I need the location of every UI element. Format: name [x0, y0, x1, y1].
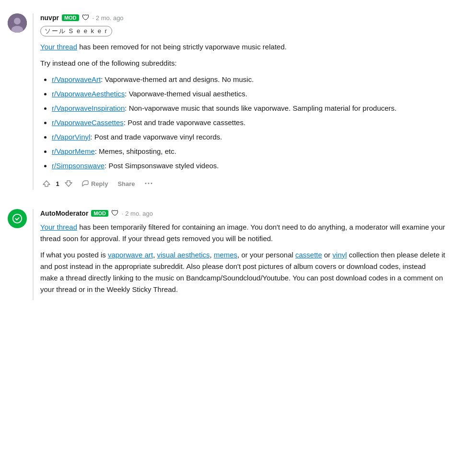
avatar-col-2: [8, 209, 27, 300]
list-item: r/VaporMeme: Memes, shitposting, etc.: [52, 146, 445, 157]
subreddit-link-5[interactable]: r/VaporVinyl: [52, 133, 90, 141]
subreddit-list: r/VaporwaveArt: Vaporwave-themed art and…: [40, 74, 445, 172]
thread-link-2[interactable]: Your thread: [40, 223, 77, 231]
more-button-1[interactable]: ···: [142, 178, 156, 190]
subreddit-link-2[interactable]: r/VaporwaveAesthetics: [52, 90, 125, 98]
username-1[interactable]: nuvpr: [40, 14, 59, 22]
timestamp-2: · 2 mo. ago: [122, 210, 153, 217]
comment-1: nuvpr MOD 🛡 · 2 mo. ago ソール S e e k e r …: [0, 8, 453, 196]
comment-1-body: Your thread has been removed for not bei…: [40, 41, 445, 172]
list-item: r/VaporwaveAesthetics: Vaporwave-themed …: [52, 88, 445, 100]
reply-button-1[interactable]: Reply: [79, 178, 111, 189]
mod-badge-1: MOD: [62, 14, 79, 21]
vote-controls-1: 1: [40, 177, 75, 190]
memes-link[interactable]: memes: [214, 251, 237, 259]
subreddit-link-6[interactable]: r/VaporMeme: [52, 147, 95, 155]
svg-point-1: [14, 18, 21, 24]
action-bar-1: 1 Reply Share ···: [40, 177, 445, 190]
subreddit-link-7[interactable]: r/Simpsonswave: [52, 162, 105, 170]
svg-point-3: [13, 214, 22, 223]
upvote-button-1[interactable]: [40, 177, 53, 190]
japanese-tag: ソール S e e k e r: [40, 26, 112, 36]
comment-1-header: nuvpr MOD 🛡 · 2 mo. ago: [40, 13, 445, 22]
thread-link-1[interactable]: Your thread: [40, 43, 77, 51]
list-item: r/VaporwaveCassettes: Post and trade vap…: [52, 117, 445, 128]
share-button-1[interactable]: Share: [115, 178, 138, 189]
subreddits-intro: Try instead one of the following subredd…: [40, 58, 445, 69]
separator: [0, 196, 453, 203]
comment-2-body: Your thread has been temporarily filtere…: [40, 221, 445, 295]
list-item: r/Simpsonswave: Post Simpsonswave styled…: [52, 160, 445, 172]
comment-2: AutoModerator MOD 🛡 · 2 mo. ago Your thr…: [0, 203, 453, 306]
avatar-1: [8, 13, 27, 33]
list-item: r/VaporVinyl: Post and trade vaporwave v…: [52, 131, 445, 143]
shield-icon-1: 🛡: [82, 13, 90, 22]
shield-icon-2: 🛡: [111, 209, 119, 218]
comment-1-content: nuvpr MOD 🛡 · 2 mo. ago ソール S e e k e r …: [33, 13, 445, 190]
list-item: r/VaporwaveArt: Vaporwave-themed art and…: [52, 74, 445, 85]
vote-count-1: 1: [55, 180, 60, 187]
visual-aesthetics-link[interactable]: visual aesthetics: [157, 251, 209, 259]
downvote-button-1[interactable]: [62, 177, 75, 190]
username-2[interactable]: AutoModerator: [40, 209, 88, 217]
subreddit-link-3[interactable]: r/VaporwaveInspiration: [52, 104, 125, 112]
mod-badge-2: MOD: [91, 210, 108, 217]
vaporwave-art-link[interactable]: vaporwave art: [108, 251, 153, 259]
list-item: r/VaporwaveInspiration: Non-vaporwave mu…: [52, 103, 445, 114]
para2: If what you posted is vaporwave art, vis…: [40, 249, 445, 295]
avatar-col-1: [8, 13, 27, 190]
timestamp-1: · 2 mo. ago: [93, 14, 124, 22]
subreddit-link-4[interactable]: r/VaporwaveCassettes: [52, 118, 124, 127]
filtered-notice: Your thread has been temporarily filtere…: [40, 221, 445, 244]
cassette-link[interactable]: cassette: [295, 251, 322, 259]
subreddit-link-1[interactable]: r/VaporwaveArt: [52, 75, 101, 83]
vinyl-link[interactable]: vinyl: [333, 251, 347, 259]
removal-notice: Your thread has been removed for not bei…: [40, 41, 445, 53]
comment-2-content: AutoModerator MOD 🛡 · 2 mo. ago Your thr…: [33, 209, 445, 300]
comment-2-header: AutoModerator MOD 🛡 · 2 mo. ago: [40, 209, 445, 218]
avatar-2: [8, 209, 27, 228]
